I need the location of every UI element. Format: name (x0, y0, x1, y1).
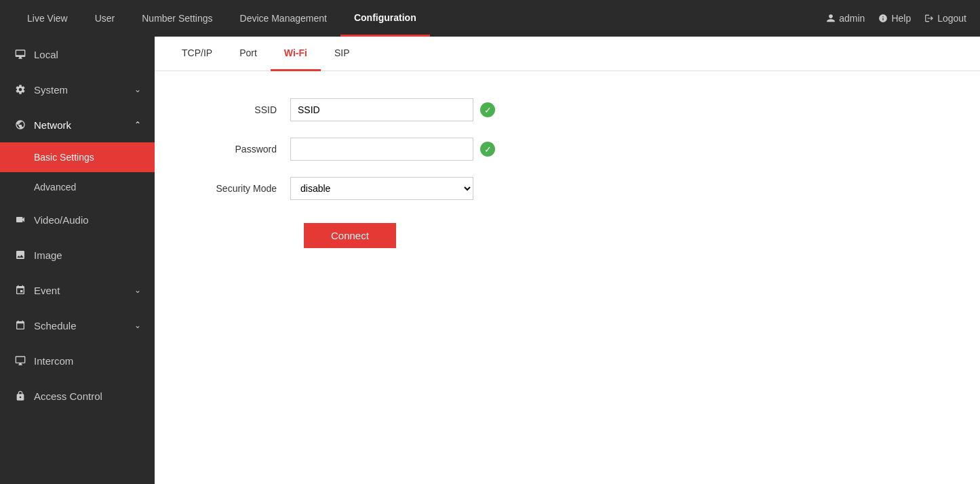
ssid-check-icon: ✓ (480, 102, 495, 117)
sidebar-label-event: Event (34, 285, 60, 296)
sidebar-item-access-control[interactable]: Access Control (0, 378, 155, 414)
security-mode-label: Security Mode (195, 183, 290, 194)
chevron-up-icon: ⌃ (134, 120, 141, 129)
sidebar-item-local[interactable]: Local (0, 37, 155, 72)
nav-number-settings[interactable]: Number Settings (128, 0, 226, 37)
sidebar-item-intercom[interactable]: Intercom (0, 343, 155, 378)
sidebar-item-network[interactable]: Network ⌃ (0, 107, 155, 142)
tab-tcpip[interactable]: TCP/IP (168, 37, 226, 71)
nav-right-actions: admin Help Logout (826, 13, 966, 24)
globe-icon (14, 118, 27, 132)
connect-button[interactable]: Connect (304, 223, 396, 248)
logout-button[interactable]: Logout (924, 13, 966, 24)
info-icon (878, 14, 888, 23)
sidebar-label-local: Local (34, 49, 58, 60)
sidebar: Local System ⌄ Network ⌃ Basic Settings … (0, 37, 155, 484)
nav-configuration[interactable]: Configuration (340, 0, 430, 37)
monitor-icon (14, 47, 27, 61)
sidebar-item-event[interactable]: Event ⌄ (0, 273, 155, 308)
intercom-icon (14, 354, 27, 367)
form-content: SSID ✓ Password ✓ Security Mode disable … (155, 71, 980, 484)
sidebar-label-system: System (34, 84, 68, 96)
chevron-down-event-icon: ⌄ (134, 285, 141, 295)
system-icon (14, 83, 27, 96)
user-icon (826, 14, 836, 23)
password-label: Password (195, 144, 290, 155)
sidebar-label-schedule: Schedule (34, 320, 77, 331)
ssid-label: SSID (195, 104, 290, 115)
password-input[interactable] (290, 138, 473, 161)
sidebar-subitem-basic-settings[interactable]: Basic Settings (0, 142, 155, 172)
security-mode-row: Security Mode disable WEP WPA WPA2 (195, 177, 939, 200)
sidebar-sublabel-advanced: Advanced (34, 182, 76, 193)
nav-device-management[interactable]: Device Management (227, 0, 340, 37)
sidebar-label-intercom: Intercom (34, 355, 73, 367)
lock-icon (14, 389, 27, 403)
image-icon (14, 248, 27, 262)
nav-live-view[interactable]: Live View (14, 0, 81, 37)
chevron-down-schedule-icon: ⌄ (134, 321, 141, 330)
tab-port[interactable]: Port (226, 37, 271, 71)
nav-links: Live View User Number Settings Device Ma… (14, 0, 826, 37)
sidebar-item-video-audio[interactable]: Video/Audio (0, 202, 155, 237)
tab-wifi[interactable]: Wi-Fi (271, 37, 321, 71)
sidebar-sublabel-basic-settings: Basic Settings (34, 152, 94, 163)
event-icon (14, 283, 27, 297)
tab-sip[interactable]: SIP (321, 37, 364, 71)
sidebar-item-system[interactable]: System ⌄ (0, 72, 155, 107)
sidebar-item-schedule[interactable]: Schedule ⌄ (0, 308, 155, 343)
logout-icon (924, 14, 934, 23)
security-mode-select[interactable]: disable WEP WPA WPA2 (290, 177, 473, 200)
ssid-row: SSID ✓ (195, 98, 939, 121)
top-navigation: Live View User Number Settings Device Ma… (0, 0, 980, 37)
sidebar-item-image[interactable]: Image (0, 237, 155, 273)
password-row: Password ✓ (195, 138, 939, 161)
tabs-bar: TCP/IP Port Wi-Fi SIP (155, 37, 980, 71)
sidebar-subitem-advanced[interactable]: Advanced (0, 172, 155, 202)
help-button[interactable]: Help (878, 13, 911, 24)
content-area: TCP/IP Port Wi-Fi SIP SSID ✓ Password ✓ … (155, 37, 980, 484)
video-icon (14, 213, 27, 226)
connect-row: Connect (195, 216, 939, 248)
ssid-input[interactable] (290, 98, 473, 121)
password-check-icon: ✓ (480, 142, 495, 157)
nav-user[interactable]: User (81, 0, 129, 37)
sidebar-label-image: Image (34, 249, 62, 261)
sidebar-label-video-audio: Video/Audio (34, 214, 89, 226)
sidebar-label-access-control: Access Control (34, 390, 102, 402)
sidebar-label-network: Network (34, 119, 71, 131)
admin-button[interactable]: admin (826, 13, 865, 24)
main-layout: Local System ⌄ Network ⌃ Basic Settings … (0, 37, 980, 484)
schedule-icon (14, 319, 27, 332)
chevron-down-icon: ⌄ (134, 85, 141, 94)
